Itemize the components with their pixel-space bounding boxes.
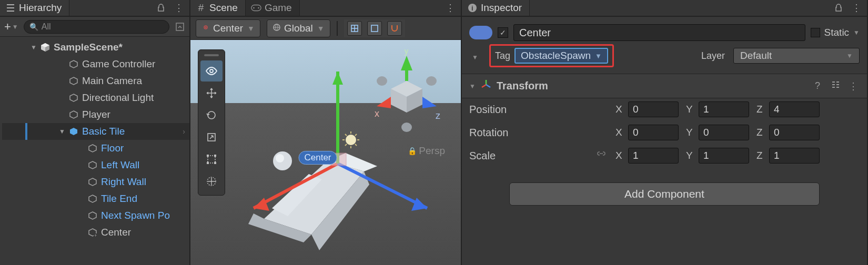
hierarchy-icon xyxy=(5,3,16,13)
svg-line-43 xyxy=(345,134,347,136)
svg-marker-11 xyxy=(89,178,96,186)
scale-y[interactable] xyxy=(699,148,749,164)
kebab-icon[interactable]: ⋮ xyxy=(174,3,184,13)
svg-rect-58 xyxy=(405,70,408,81)
create-button[interactable]: + ▼ xyxy=(4,20,18,34)
help-icon[interactable]: ? xyxy=(811,80,824,91)
selection-label-text: Center xyxy=(304,152,331,162)
svg-line-44 xyxy=(355,144,357,146)
static-checkbox[interactable] xyxy=(811,28,820,37)
chevron-down-icon: ▼ xyxy=(12,23,18,30)
hierarchy-item[interactable]: Tile End xyxy=(2,190,189,207)
tab-inspector[interactable]: i Inspector xyxy=(462,0,530,16)
add-component-button[interactable]: Add Component xyxy=(509,182,820,206)
kebab-icon[interactable]: ⋮ xyxy=(445,3,456,13)
foldout-open-icon[interactable]: ▼ xyxy=(31,44,37,51)
svg-point-18 xyxy=(253,7,255,9)
svg-point-66 xyxy=(401,123,412,132)
hierarchy-item[interactable]: Directional Light xyxy=(2,89,189,106)
hierarchy-item[interactable]: Game Controller xyxy=(2,56,189,73)
sort-icon[interactable] xyxy=(175,22,185,32)
gameobject-name-field[interactable] xyxy=(513,24,805,41)
tab-hierarchy[interactable]: Hierarchy xyxy=(0,0,69,16)
svg-marker-62 xyxy=(422,97,437,108)
position-label: Position xyxy=(469,104,585,116)
projection-label[interactable]: 🔒 Persp xyxy=(408,145,445,157)
grid-toggle[interactable] xyxy=(347,21,362,36)
add-component-label: Add Component xyxy=(624,188,704,200)
tag-label: Tag xyxy=(495,50,510,62)
coord-mode-dropdown[interactable]: Global ▼ xyxy=(267,19,330,37)
tab-scene[interactable]: # Scene xyxy=(190,0,246,16)
foldout-open-icon[interactable]: ▼ xyxy=(59,128,65,135)
axis-z-label: Z xyxy=(756,150,766,161)
layer-label: Layer xyxy=(701,50,725,62)
rotation-y[interactable] xyxy=(699,125,749,140)
lock-icon: 🔒 xyxy=(408,147,417,155)
axis-y-label: Y xyxy=(686,104,695,115)
hierarchy-item-center[interactable]: + Center xyxy=(2,224,189,241)
layer-dropdown[interactable]: Default ▼ xyxy=(733,48,860,64)
transform-body: Position X Y Z Rotation X Y Z Scale X Y xyxy=(462,98,867,172)
lock-icon[interactable] xyxy=(833,3,844,13)
axis-z-label: Z xyxy=(756,127,766,138)
transform-icon xyxy=(481,79,491,93)
hierarchy-tabs: Hierarchy ⋮ xyxy=(0,0,189,17)
orientation-gizmo[interactable]: y x z xyxy=(362,49,451,139)
hierarchy-item[interactable]: Next Spawn Po xyxy=(2,207,189,224)
magnet-toggle[interactable] xyxy=(387,21,402,36)
svg-marker-4 xyxy=(70,60,77,68)
hierarchy-item-basic-tile[interactable]: ▼ Basic Tile › xyxy=(2,123,189,140)
scene-root-row[interactable]: ▼ SampleScene* xyxy=(2,39,189,56)
hierarchy-item[interactable]: Left Wall xyxy=(2,157,189,174)
foldout-open-icon[interactable]: ▼ xyxy=(469,50,481,61)
scene-toolbar: Center ▼ Global ▼ xyxy=(190,17,461,40)
tab-inspector-label: Inspector xyxy=(481,2,522,14)
hierarchy-item-label: Left Wall xyxy=(101,159,139,171)
foldout-open-icon[interactable]: ▼ xyxy=(469,83,476,90)
hierarchy-item[interactable]: Right Wall xyxy=(2,174,189,190)
svg-point-19 xyxy=(258,7,259,9)
rotation-row: Rotation X Y Z xyxy=(469,125,860,140)
position-y[interactable] xyxy=(699,101,749,117)
hierarchy-item[interactable]: Main Camera xyxy=(2,73,189,89)
preset-icon[interactable] xyxy=(829,80,842,92)
scale-z[interactable] xyxy=(769,148,820,164)
gameobject-active-checkbox[interactable] xyxy=(498,27,508,38)
chevron-down-icon: ▼ xyxy=(317,24,325,33)
chevron-right-icon[interactable]: › xyxy=(183,127,185,136)
kebab-icon[interactable]: ⋮ xyxy=(847,80,860,92)
rotation-z[interactable] xyxy=(769,125,820,140)
tab-game[interactable]: Game xyxy=(246,0,300,16)
position-z[interactable] xyxy=(769,101,820,117)
position-x[interactable] xyxy=(628,101,679,117)
svg-marker-13 xyxy=(89,212,96,219)
scale-x[interactable] xyxy=(628,148,679,164)
scale-row: Scale X Y Z xyxy=(469,148,860,164)
svg-marker-57 xyxy=(401,56,412,70)
hierarchy-item[interactable]: Player xyxy=(2,106,189,123)
snap-toggle[interactable] xyxy=(367,21,382,36)
search-input[interactable]: All xyxy=(42,22,51,32)
tag-dropdown[interactable]: ObstacleSpawn ▼ xyxy=(514,48,608,64)
transform-header[interactable]: ▼ Transform ? ⋮ xyxy=(462,74,867,98)
constrain-proportions-icon[interactable] xyxy=(592,150,608,162)
scene-name: SampleScene* xyxy=(54,42,123,53)
pivot-mode-dropdown[interactable]: Center ▼ xyxy=(196,19,260,37)
scale-label: Scale xyxy=(469,150,585,162)
gameobject-type-icon[interactable] xyxy=(469,26,492,39)
unity-scene-icon xyxy=(40,42,51,53)
lock-icon[interactable] xyxy=(156,3,166,13)
scene-view[interactable]: Center y x z xyxy=(190,40,461,265)
svg-marker-52 xyxy=(332,72,343,85)
coord-mode-label: Global xyxy=(284,23,313,34)
hierarchy-search[interactable]: 🔍 All xyxy=(24,20,169,34)
static-dropdown[interactable]: Static ▼ xyxy=(811,27,860,38)
kebab-icon[interactable]: ⋮ xyxy=(851,3,862,13)
rotation-x[interactable] xyxy=(628,125,679,140)
svg-text:y: y xyxy=(404,49,409,56)
layer-value: Default xyxy=(740,50,842,62)
svg-line-45 xyxy=(345,144,347,146)
hierarchy-item[interactable]: Floor xyxy=(2,140,189,157)
svg-text:i: i xyxy=(471,4,473,12)
